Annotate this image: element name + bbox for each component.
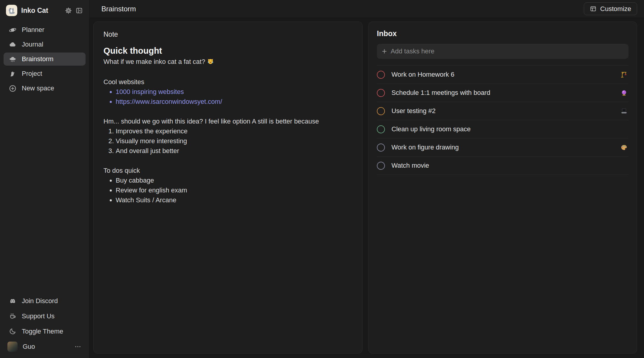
task-checkbox[interactable] [377,162,385,170]
workspace-header[interactable]: Inko Cat [4,4,86,17]
task-label: Watch movie [391,162,628,169]
task-checkbox[interactable] [377,107,385,115]
settings-button[interactable] [63,5,74,16]
content: Note Quick thought What if we make inko … [89,18,644,358]
sidebar-item-label: Join Discord [22,297,58,305]
note-list-item: https://www.isarconwindowsyet.com/ [116,97,352,107]
plus-circle-icon [9,84,17,92]
task-checkbox[interactable] [377,125,385,133]
task-checkbox[interactable] [377,89,385,97]
plus-icon: + [382,47,387,55]
task-checkbox[interactable] [377,71,385,79]
sidebar-item-label: Support Us [22,312,55,320]
user-more-button[interactable] [72,341,83,352]
add-task-input[interactable] [391,47,623,55]
note-intro: What if we make inko cat a fat cat? [103,57,352,67]
note-card-title: Note [103,30,352,39]
user-avatar [7,342,18,352]
layout-icon [590,5,597,12]
task-row[interactable]: Watch movie [377,157,628,175]
sidebar-item-label: Project [22,70,42,78]
panel-collapse-icon [75,7,83,14]
inbox-card: Inbox + Work on Homework 6Schedule 1:1 m… [368,21,637,354]
note-link[interactable]: https://www.isarconwindowsyet.com/ [116,98,222,105]
note-list-item: Review for english exam [116,185,352,195]
note-editor[interactable]: Quick thought What if we make inko cat a… [103,45,352,205]
note-list-item: Watch Suits / Arcane [116,195,352,205]
moon-icon [9,327,17,335]
note-blank-line [103,156,352,166]
sidebar-item-toggle-theme[interactable]: Toggle Theme [4,325,86,338]
sidebar-footer: Join DiscordSupport UsToggle Theme Guo [4,294,86,353]
note-card: Note Quick thought What if we make inko … [93,21,363,354]
note-paragraph: Cool websites [103,77,352,87]
construction-crane-emoji [620,71,628,78]
note-blank-line [103,107,352,116]
task-row[interactable]: Work on Homework 6 [377,66,628,84]
planet-icon [9,26,17,34]
ufo-icon [9,55,17,63]
note-body: Cool websites1000 inspiring websiteshttp… [103,67,352,205]
sidebar-item-brainstorm[interactable]: Brainstorm [4,53,86,66]
note-heading: Quick thought [103,45,352,57]
customize-button[interactable]: Customize [584,2,637,15]
sidebar-item-new-space[interactable]: New space [4,82,86,95]
workspace-avatar [6,5,17,16]
task-row[interactable]: Work on figure drawing [377,138,628,157]
sidebar-item-user[interactable]: Guo [4,340,86,353]
note-bullet-list: 1000 inspiring websiteshttps://www.isarc… [103,87,352,107]
task-label: Work on figure drawing [391,143,614,151]
topbar: Brainstorm Customize [89,0,644,18]
note-bullet-list: Buy cabbageReview for english examWatch … [103,175,352,205]
gear-icon [65,7,72,14]
task-row[interactable]: User testing #2 [377,102,628,120]
task-label: Work on Homework 6 [391,71,614,78]
crystal-ball-emoji [620,89,628,97]
sidebar-item-label: Journal [22,41,43,48]
sidebar-nav: PlannerJournalBrainstormProjectNew space [4,23,86,95]
sidebar-item-label: New space [22,84,54,92]
task-row[interactable]: Clean up living room space [377,120,628,138]
inbox-title: Inbox [377,29,628,38]
workspace-name: Inko Cat [21,7,63,15]
note-blank-line [103,67,352,77]
discord-icon [9,297,17,305]
note-list-item: Visually more interesting [116,136,352,146]
note-paragraph: Hm... should we go with this idea? I fee… [103,116,352,126]
note-numbered-list: Improves the experienceVisually more int… [103,126,352,156]
task-label: User testing #2 [391,107,614,115]
note-list-item: And overall just better [116,146,352,156]
bird-icon [9,70,17,78]
sidebar-item-label: Brainstorm [22,55,53,63]
add-task-field[interactable]: + [377,44,628,59]
laptop-emoji [620,107,628,115]
sidebar-item-project[interactable]: Project [4,67,86,80]
sidebar-item-label: Planner [22,26,44,34]
note-list-item: Buy cabbage [116,175,352,185]
task-list: Work on Homework 6Schedule 1:1 meetings … [377,65,628,175]
task-checkbox[interactable] [377,143,385,152]
task-row[interactable]: Schedule 1:1 meetings with board [377,84,628,102]
task-label: Clean up living room space [391,125,628,133]
note-list-item: Improves the experience [116,126,352,136]
note-paragraph: To dos quick [103,166,352,175]
sidebar: Inko Cat PlannerJournalBrainstormProject… [0,0,89,358]
note-list-item: 1000 inspiring websites [116,87,352,97]
sidebar-item-planner[interactable]: Planner [4,23,86,36]
cloud-icon [9,41,17,49]
main-area: Brainstorm Customize Note Quick thought … [89,0,644,358]
user-name: Guo [23,343,35,351]
sidebar-item-journal[interactable]: Journal [4,38,86,51]
ellipsis-icon [74,343,81,350]
task-label: Schedule 1:1 meetings with board [391,89,614,97]
palette-emoji [620,143,628,151]
collapse-sidebar-button[interactable] [74,5,84,16]
coffee-icon [9,312,17,320]
customize-label: Customize [600,5,631,13]
sidebar-item-label: Toggle Theme [22,328,63,335]
sidebar-item-support-us[interactable]: Support Us [4,309,86,323]
sidebar-item-join-discord[interactable]: Join Discord [4,294,86,308]
app-window: Inko Cat PlannerJournalBrainstormProject… [0,0,644,358]
cat-joy-emoji [207,58,214,65]
note-link[interactable]: 1000 inspiring websites [116,88,184,95]
